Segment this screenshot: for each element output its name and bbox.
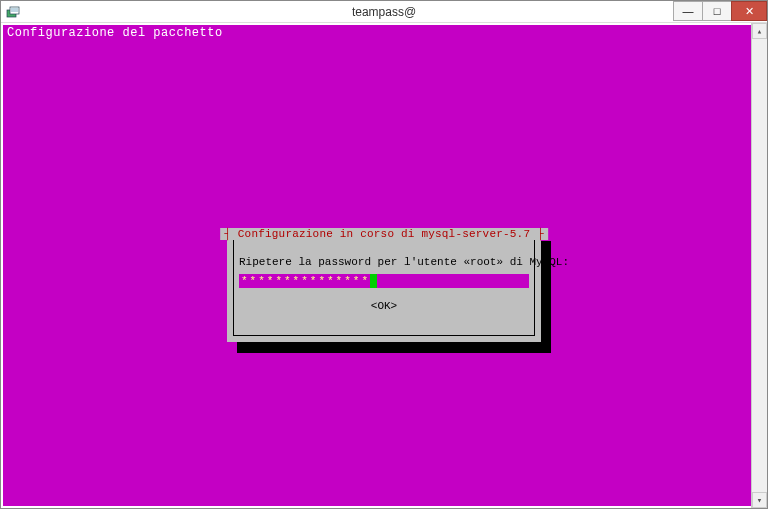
password-prompt: Ripetere la password per l'utente «root»… (239, 256, 529, 268)
scroll-track[interactable] (752, 39, 767, 492)
scrollbar[interactable]: ▴ ▾ (751, 23, 767, 508)
scroll-up-icon[interactable]: ▴ (752, 23, 767, 39)
svg-rect-1 (10, 7, 19, 14)
app-icon (5, 4, 21, 20)
close-button[interactable]: ✕ (731, 1, 767, 21)
maximize-button[interactable]: □ (702, 1, 732, 21)
app-window: teampass@ — □ ✕ Configurazione del pacch… (0, 0, 768, 509)
window-controls: — □ ✕ (674, 1, 767, 22)
password-input[interactable]: *************** (239, 274, 529, 288)
terminal-container: Configurazione del pacchetto ┤ Configura… (1, 23, 767, 508)
password-mask: *************** (239, 274, 370, 288)
text-cursor (370, 274, 377, 288)
scroll-down-icon[interactable]: ▾ (752, 492, 767, 508)
config-dialog: ┤ Configurazione in corso di mysql-serve… (227, 230, 541, 342)
ok-button[interactable]: <OK> (371, 300, 397, 312)
titlebar[interactable]: teampass@ — □ ✕ (1, 1, 767, 23)
window-title: teampass@ (352, 5, 416, 19)
package-config-header: Configurazione del pacchetto (7, 26, 223, 40)
minimize-button[interactable]: — (673, 1, 703, 21)
dialog-title: ┤ Configurazione in corso di mysql-serve… (220, 228, 548, 240)
terminal[interactable]: Configurazione del pacchetto ┤ Configura… (3, 25, 765, 506)
